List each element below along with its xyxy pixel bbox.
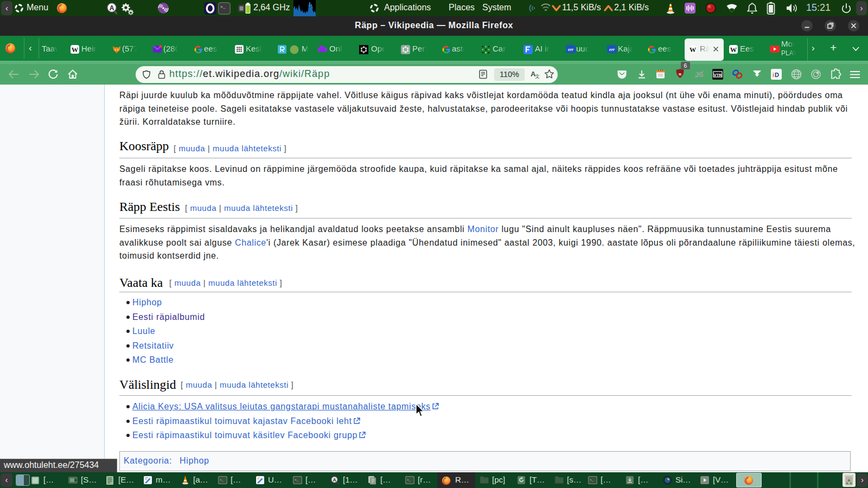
svg-text:文: 文: [535, 74, 540, 79]
svg-text:W: W: [730, 46, 737, 54]
svg-text:VTR: VTR: [714, 73, 723, 78]
svg-text:err: err: [568, 47, 574, 52]
svg-text:A: A: [333, 477, 336, 483]
svg-text:>_: >_: [407, 478, 411, 482]
svg-text:W: W: [72, 46, 79, 54]
svg-text:D: D: [775, 72, 779, 78]
svg-text:W: W: [690, 46, 697, 54]
svg-text:i: i: [773, 72, 774, 78]
svg-text:>_: >_: [220, 4, 226, 9]
svg-text:A: A: [110, 4, 114, 12]
svg-text:>_: >_: [220, 478, 224, 482]
svg-text:err: err: [609, 47, 615, 52]
svg-text:>_: >_: [295, 478, 299, 482]
svg-text:>_: >_: [590, 478, 594, 482]
svg-text:u: u: [679, 71, 681, 76]
